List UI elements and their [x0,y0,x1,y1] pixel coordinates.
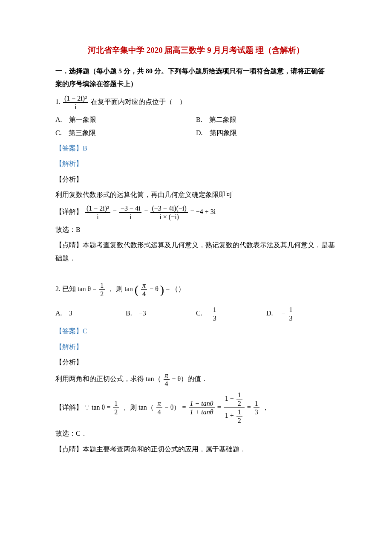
eq1: = [113,208,118,215]
q1-option-a: A. 第一象限 [55,113,196,126]
q2-options: A. 3 B. −3 C. 1 3 D. − 1 3 [55,306,337,322]
q2-d-f2-num: 1 − 1 2 [224,391,245,408]
eq2: = [144,208,150,215]
q1-question-tail: 在复平面内对应的点位于（ ） [91,98,186,105]
q2-lead1: 已知 [62,286,78,293]
q1-answer: 【答案】B [55,142,337,155]
q2-jiexi: 【解析】 [55,341,337,353]
detail-label: 【详解】 [55,403,83,410]
q2-taneq: tan θ = [78,286,98,293]
lparen-icon: ( [135,283,138,296]
q2-option-d: D. − 1 3 [266,306,337,322]
section-line1: 一．选择题（每小题 5 分，共 80 分。下列每小题所给选项只有一项符合题意，请… [55,67,325,75]
q2-d-f2: 1 − 1 2 1 + 1 2 [224,391,245,425]
q1-stem: 1. (1 − 2i)² i 在复平面内对应的点位于（ ） [55,94,337,111]
q2-option-c: C. 1 3 [196,306,266,322]
answer-label: 【答案】 [55,327,83,335]
q2-d-mid-frac: π 4 [156,399,162,416]
q2-number: 2. [55,286,61,293]
section-header: 一．选择题（每小题 5 分，共 80 分。下列每小题所给选项只有一项符合题意，请… [55,65,337,91]
q2-tan2-suffix: − θ [150,286,159,293]
q1-d-result: = −4 + 3i [190,208,216,215]
q1-fenxi-label: 【分析】 [55,173,337,186]
q2-d-f1: 1 − tanθ 1 + tanθ [189,399,215,416]
q1-dianjing: 【点睛】本题考查复数代数形式运算及几何意义，熟记复数的代数表示法及其几何意义，是… [55,239,337,265]
q2-d-f3: 1 3 [254,399,259,416]
q1-jiexi: 【解析】 [55,157,337,170]
q2-tan2-pre: tan [124,286,133,293]
answer-label: 【答案】 [55,145,83,152]
q1-row-cd: C. 第三象限 D. 第四象限 [55,127,337,139]
q1-number: 1. [55,98,61,105]
q2-option-b: B. −3 [126,306,196,322]
q1-d-f1: (1 − 2i)² i [85,204,110,221]
detail-label: 【详解】 [55,208,83,215]
q2-tan2-inner-frac: π 4 [141,281,147,298]
q2-detail: 【详解】 ∵ tan θ = 1 2 ， 则 tan（ π 4 − θ） = 1… [55,391,337,425]
page-title: 河北省辛集中学 2020 届高三数学 9 月月考试题 理（含解析） [55,43,337,58]
q2-answer: 【答案】C [55,325,337,338]
section-line2: 案的序号填涂在答题卡上） [55,80,137,87]
question-1: 1. (1 − 2i)² i 在复平面内对应的点位于（ ） A. 第一象限 B.… [55,94,337,265]
q1-expr-den: i [63,103,88,111]
q2-optd-frac: 1 3 [288,306,294,322]
q1-guxuan: 故选：B [55,223,337,236]
q2-optc-frac: 1 3 [212,306,218,322]
question-2: 2. 已知 tan θ = 1 2 ， 则 tan ( π 4 − θ ) = … [55,277,337,456]
q2-fenxi-text: 利用两角和的正切公式，求得 tan（ π 4 − θ）的值． [55,371,337,388]
q1-option-b: B. 第二象限 [196,113,337,126]
q1-d-f3: (−3 − 4i)(−i) i × (−i) [150,204,187,221]
answer-value: B [83,145,87,152]
q2-d-f2-den: 1 + 1 2 [224,408,245,425]
q1-fenxi-text: 利用复数代数形式的运算化简，再由几何意义确定象限即可 [55,188,337,201]
q2-option-a: A. 3 [55,306,126,322]
q2-guxuan: 故选：C． [55,427,337,440]
q1-option-c: C. 第三象限 [55,127,196,139]
q1-option-d: D. 第四象限 [196,127,337,139]
q2-fenxi-label: 【分析】 [55,356,337,369]
q2-stem: 2. 已知 tan θ = 1 2 ， 则 tan ( π 4 − θ ) = … [55,277,337,303]
q2-fenxi-frac: π 4 [164,371,170,388]
answer-value: C [83,327,87,335]
q2-lead2: ， 则 [107,286,124,293]
q1-detail: 【详解】 (1 − 2i)² i = −3 − 4i i = (−3 − 4i)… [55,204,337,221]
q1-d-f2: −3 − 4i i [119,204,142,221]
q2-dianjing: 【点睛】本题主要考查两角和的正切公式的应用，属于基础题． [55,443,337,456]
q2-tail: = （） [166,286,185,293]
q2-d-tan: 1 2 [113,399,119,416]
rparen-icon: ) [160,283,164,296]
q2-tan-frac: 1 2 [99,281,105,298]
q1-row-ab: A. 第一象限 B. 第二象限 [55,113,337,126]
q1-expr-num: (1 − 2i)² [63,94,88,103]
q1-expression: (1 − 2i)² i [63,94,88,111]
